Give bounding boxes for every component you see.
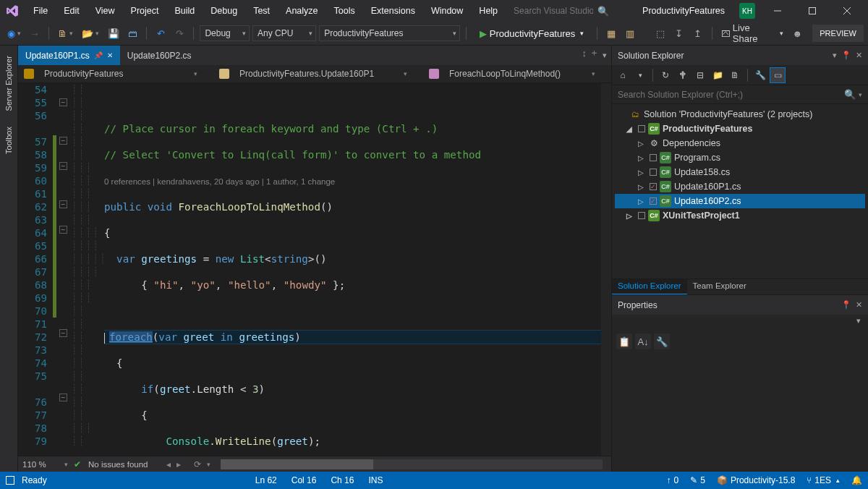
tb-icon-2[interactable]: ▥ (622, 25, 638, 41)
feedback-button[interactable]: ☻ (789, 25, 805, 41)
nav-project-dropdown[interactable]: ProductivityFeatures (38, 69, 208, 79)
tb-step-3[interactable]: ↥ (690, 25, 706, 41)
menu-extensions[interactable]: Extensions (364, 2, 422, 20)
config-dropdown[interactable]: Debug (200, 25, 250, 41)
se-refresh-button[interactable]: 🗎 (727, 67, 743, 83)
status-ready-label: Ready (22, 475, 47, 485)
start-debug-button[interactable]: ▶ProductivityFeatures▾ (472, 25, 592, 41)
new-project-button[interactable]: 🗎▾ (55, 25, 76, 41)
status-repo[interactable]: 📦Productivity-15.8 (717, 475, 795, 485)
platform-dropdown[interactable]: Any CPU (252, 25, 316, 41)
tab-team-explorer[interactable]: Team Explorer (687, 279, 752, 294)
file-tab-update160p1[interactable]: Update160P1.cs 📌 ✕ (18, 46, 120, 65)
panel-pin-icon[interactable]: 📍 (841, 300, 851, 310)
pin-icon[interactable]: 📌 (94, 51, 103, 59)
toolbox-tab[interactable]: Toolbox (4, 122, 13, 158)
zoom-dropdown[interactable]: 110 % (22, 460, 59, 469)
window-close-button[interactable] (830, 0, 864, 22)
menu-analyze[interactable]: Analyze (278, 2, 325, 20)
nav-method-dropdown[interactable]: ForeachLoopToLinqMethod() (443, 69, 605, 79)
se-preview-button[interactable]: ▭ (770, 67, 786, 83)
menu-project[interactable]: Project (124, 2, 166, 20)
save-all-button[interactable]: 🗃 (124, 25, 140, 41)
fold-gutter[interactable]: −−−−−−− (56, 83, 69, 456)
tree-project-productivity[interactable]: ◢C# ProductivityFeatures (615, 122, 865, 136)
prop-events-icon[interactable]: 🔧 (654, 333, 670, 349)
nav-back-button[interactable]: ◉▾ (4, 25, 24, 41)
foreach-keyword[interactable]: foreach (109, 331, 153, 343)
status-pending-changes[interactable]: ✎5 (690, 475, 705, 485)
menu-tools[interactable]: Tools (327, 2, 362, 20)
menu-window[interactable]: Window (424, 2, 470, 20)
vertical-scrollbar[interactable] (601, 83, 611, 456)
menu-help[interactable]: Help (472, 2, 505, 20)
menu-edit[interactable]: Edit (56, 2, 87, 20)
panel-close-icon[interactable]: ✕ (856, 51, 862, 60)
menu-debug[interactable]: Debug (203, 2, 244, 20)
code-text[interactable]: // Place cursor in foreach keyword and t… (104, 83, 601, 456)
menu-file[interactable]: File (26, 2, 55, 20)
tree-file-update160p2[interactable]: ▷C# Update160P2.cs (615, 194, 865, 208)
quick-launch-search[interactable]: 🔍 (514, 6, 615, 17)
panel-options-icon[interactable]: ▾ (833, 51, 837, 60)
tb-step-2[interactable]: ↧ (671, 25, 687, 41)
live-share-button[interactable]: ⮹Live Share▾ (718, 25, 786, 41)
tb-step-1[interactable]: ⬚ (652, 25, 668, 41)
code-editor[interactable]: 545556 575859606162636465666768697071727… (18, 83, 611, 456)
close-icon[interactable]: ✕ (107, 51, 113, 59)
se-dd-1[interactable]: ▾ (632, 67, 648, 83)
file-tab-update160p2[interactable]: Update160P2.cs (120, 46, 199, 65)
tree-solution-node[interactable]: 🗂 Solution 'ProductivityFeatures' (2 pro… (615, 107, 865, 122)
prop-alpha-icon[interactable]: A↓ (635, 333, 651, 349)
server-explorer-tab[interactable]: Server Explorer (4, 51, 13, 115)
solution-tree[interactable]: 🗂 Solution 'ProductivityFeatures' (2 pro… (612, 104, 868, 278)
menu-view[interactable]: View (88, 2, 122, 20)
tree-file-update158[interactable]: ▷C# Update158.cs (615, 165, 865, 179)
open-file-button[interactable]: 📂▾ (79, 25, 102, 41)
refresh-icon[interactable]: ⟳ (194, 459, 201, 469)
se-properties-button[interactable]: 🔧 (752, 67, 768, 83)
tree-project-xunit[interactable]: ▷C# XUnitTestProject1 (615, 208, 865, 223)
tree-file-update160p1[interactable]: ▷C# Update160P1.cs (615, 179, 865, 194)
save-button[interactable]: 💾 (105, 25, 122, 41)
tab-solution-explorer[interactable]: Solution Explorer (612, 279, 687, 294)
redo-button[interactable]: ↷ (171, 25, 187, 41)
panel-close-icon[interactable]: ✕ (856, 300, 862, 310)
panel-pin-icon[interactable]: 📍 (841, 51, 851, 60)
menu-build[interactable]: Build (167, 2, 202, 20)
tb-icon-1[interactable]: ▦ (603, 25, 619, 41)
se-home-button[interactable]: ⌂ (615, 67, 631, 83)
solution-explorer-search[interactable]: 🔍 ▾ (612, 85, 868, 104)
nav-class-dropdown[interactable]: ProductivityFeatures.Update160P1 (234, 69, 417, 79)
preview-button[interactable]: PREVIEW (812, 25, 864, 42)
status-branch[interactable]: ⑂1ES▴ (807, 475, 840, 485)
properties-dropdown[interactable]: ▾ (854, 315, 864, 327)
tree-dependencies[interactable]: ▷⚙ Dependencies (615, 136, 865, 150)
status-notifications[interactable]: 🔔 (851, 475, 862, 485)
prop-categorized-icon[interactable]: 📋 (616, 333, 632, 349)
status-col[interactable]: Col 16 (292, 475, 317, 485)
se-branch-button[interactable]: 🕈 (675, 67, 691, 83)
status-char[interactable]: Ch 16 (331, 475, 354, 485)
status-ins[interactable]: INS (368, 475, 383, 485)
tab-overflow-dropdown[interactable]: ▾ (603, 51, 607, 60)
startup-project-dropdown[interactable]: ProductivityFeatures (319, 25, 460, 41)
se-collapse-button[interactable]: ⊟ (692, 67, 708, 83)
se-sync-button[interactable]: ↻ (658, 67, 673, 83)
menu-test[interactable]: Test (246, 2, 277, 20)
horizontal-scrollbar[interactable] (221, 459, 603, 469)
prev-issue-button[interactable]: ◂ (166, 459, 171, 469)
se-showall-button[interactable]: 📁 (710, 67, 726, 83)
solution-explorer-search-input[interactable] (618, 90, 844, 100)
window-maximize-button[interactable] (796, 0, 829, 22)
user-avatar[interactable]: KH (739, 3, 755, 19)
next-issue-button[interactable]: ▸ (176, 459, 181, 469)
window-minimize-button[interactable] (761, 0, 794, 22)
nav-forward-button[interactable]: → (27, 25, 43, 41)
editor-split-handle[interactable]: ↕ ＋ (579, 46, 603, 60)
status-publish-up[interactable]: ↑0 (667, 475, 679, 485)
undo-button[interactable]: ↶ (153, 25, 169, 41)
quick-launch-input[interactable] (514, 6, 593, 16)
status-line[interactable]: Ln 62 (255, 475, 277, 485)
tree-file-program[interactable]: ▷C# Program.cs (615, 150, 865, 165)
